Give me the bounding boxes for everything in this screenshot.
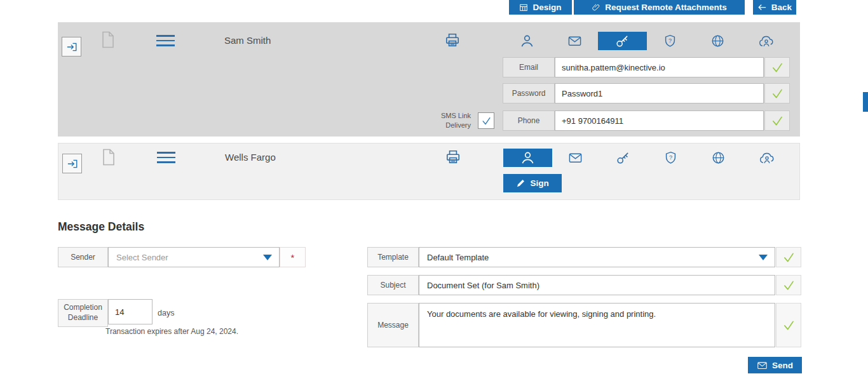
completion-deadline-label: Completion Deadline xyxy=(58,299,108,327)
hamburger-bar xyxy=(156,35,175,37)
subject-valid-indicator xyxy=(776,275,801,295)
drag-handle[interactable] xyxy=(157,152,175,163)
message-valid-indicator xyxy=(776,303,801,347)
recipient-name: Sam Smith xyxy=(224,35,271,46)
sender-select-value: Select Sender xyxy=(116,253,168,262)
envelope-icon xyxy=(568,150,583,165)
subject-field[interactable] xyxy=(419,275,775,295)
document-send-page: Design Request Remote Attachments Back S… xyxy=(0,0,868,374)
template-select[interactable]: Default Template xyxy=(419,247,775,267)
drag-handle[interactable] xyxy=(156,35,175,46)
cloud-person-icon xyxy=(759,151,775,165)
completion-deadline-unit: days xyxy=(158,309,174,317)
password-field[interactable] xyxy=(555,83,764,104)
globe-icon-button[interactable] xyxy=(694,149,743,167)
signin-arrow-button[interactable] xyxy=(62,37,81,57)
recipient-name: Wells Fargo xyxy=(225,152,276,163)
back-button[interactable]: Back xyxy=(753,0,796,15)
document-icon xyxy=(101,30,115,51)
paperclip-icon xyxy=(592,3,600,12)
checkmark-icon xyxy=(771,114,784,128)
message-details-heading: Message Details xyxy=(58,220,144,234)
signin-arrow-button[interactable] xyxy=(62,154,82,173)
completion-deadline-field[interactable] xyxy=(108,299,153,324)
email-valid-indicator xyxy=(764,57,790,77)
checkbox-check-icon xyxy=(481,116,492,126)
design-button-label: Design xyxy=(532,3,561,12)
checkmark-icon xyxy=(771,87,784,100)
person-icon xyxy=(520,34,534,48)
chevron-down-icon xyxy=(263,255,272,260)
email-field[interactable] xyxy=(555,57,764,77)
recipient-row: Sam Smith Email Password xyxy=(58,22,800,137)
sender-select[interactable]: Select Sender xyxy=(108,247,280,267)
cloud-person-icon xyxy=(758,34,775,48)
sender-label: Sender xyxy=(58,247,108,267)
scrollbar-thumb[interactable] xyxy=(863,92,868,112)
checkmark-icon xyxy=(782,279,796,292)
template-label: Template xyxy=(367,247,419,267)
phone-valid-indicator xyxy=(764,110,790,131)
signin-arrow-icon xyxy=(66,41,78,53)
subject-label: Subject xyxy=(367,275,419,295)
sms-link-delivery-label: SMS Link Delivery xyxy=(430,111,471,130)
phone-label: Phone xyxy=(503,110,555,131)
send-button-label: Send xyxy=(772,361,793,370)
sms-link-delivery-checkbox[interactable] xyxy=(478,112,494,129)
pen-icon xyxy=(516,178,526,188)
hamburger-bar xyxy=(157,157,175,159)
sign-button-label: Sign xyxy=(530,178,548,188)
recipient-row: Wells Fargo Sign xyxy=(58,143,800,200)
person-icon-button[interactable] xyxy=(503,32,552,50)
person-icon xyxy=(520,150,535,165)
document-icon xyxy=(102,148,116,169)
back-button-label: Back xyxy=(771,3,792,12)
key-icon-button[interactable] xyxy=(599,149,648,167)
request-remote-attachments-button[interactable]: Request Remote Attachments xyxy=(574,0,745,15)
template-valid-indicator xyxy=(776,247,801,267)
password-label: Password xyxy=(503,83,555,104)
key-icon xyxy=(615,34,630,48)
send-button[interactable]: Send xyxy=(748,357,802,373)
chevron-down-icon xyxy=(759,255,768,260)
template-select-value: Default Template xyxy=(427,253,489,262)
request-remote-attachments-label: Request Remote Attachments xyxy=(605,3,727,12)
hamburger-bar xyxy=(156,40,175,42)
cloud-person-icon-button[interactable] xyxy=(742,149,791,167)
design-button[interactable]: Design xyxy=(509,0,572,15)
person-icon-button[interactable] xyxy=(503,149,552,167)
envelope-icon-button[interactable] xyxy=(550,32,599,50)
password-valid-indicator xyxy=(764,83,790,104)
globe-icon xyxy=(710,34,725,48)
hamburger-bar xyxy=(157,161,175,163)
shield-question-icon xyxy=(663,150,678,165)
printer-icon xyxy=(444,32,461,48)
message-field[interactable]: Your documents are available for viewing… xyxy=(419,303,775,347)
email-label: Email xyxy=(503,57,555,77)
cloud-person-icon-button[interactable] xyxy=(742,32,790,50)
sign-button[interactable]: Sign xyxy=(503,174,562,192)
expiry-note: Transaction expires after Aug 24, 2024. xyxy=(105,327,238,336)
sender-required-marker: * xyxy=(280,247,306,267)
printer-icon xyxy=(445,149,461,165)
checkmark-icon xyxy=(782,251,796,264)
key-icon-button[interactable] xyxy=(598,32,647,50)
hamburger-bar xyxy=(156,44,175,46)
message-label: Message xyxy=(367,303,419,347)
send-envelope-icon xyxy=(757,360,768,371)
checkmark-icon xyxy=(782,319,796,332)
phone-field[interactable] xyxy=(555,110,764,131)
grid-icon xyxy=(519,3,528,12)
globe-icon-button[interactable] xyxy=(693,32,742,50)
print-button[interactable] xyxy=(444,32,461,50)
globe-icon xyxy=(711,150,726,165)
hamburger-bar xyxy=(157,152,175,154)
key-icon xyxy=(616,150,630,165)
signin-arrow-icon xyxy=(67,158,78,170)
envelope-icon-button[interactable] xyxy=(551,149,600,167)
shield-question-icon-button[interactable] xyxy=(646,32,695,50)
shield-question-icon xyxy=(663,34,677,48)
shield-question-icon-button[interactable] xyxy=(646,149,695,167)
checkmark-icon xyxy=(771,61,784,74)
print-button[interactable] xyxy=(445,149,461,167)
